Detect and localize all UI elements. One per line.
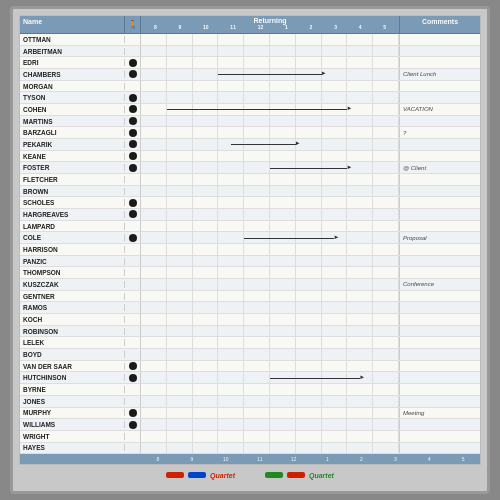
sub-headers: 8 9 10 11 12 1 2 3 4 5 [143,24,397,30]
grid-lines [141,209,399,220]
table-row: PEKARIK [20,139,480,151]
return-arrow [270,168,347,169]
grid-lines [141,221,399,232]
person-name: BOYD [20,351,125,358]
bottom-numbers: 8 9 10 11 12 1 2 3 4 5 [20,456,480,462]
person-name: EDRI [20,59,125,66]
person-name: MORGAN [20,83,125,90]
returning-cell [141,349,400,360]
returning-cell [141,291,400,302]
comment-text: Conference [400,281,480,287]
table-row: TYSON [20,92,480,104]
table-row: LAMPARD [20,221,480,233]
table-row: HAYES [20,443,480,454]
table-row: MARTINS [20,116,480,128]
person-name: CHAMBERS [20,71,125,78]
out-indicator [125,69,141,80]
grid-lines [141,244,399,255]
out-dot [129,199,137,207]
out-dot [129,70,137,78]
person-name: HARGREAVES [20,211,125,218]
return-arrow [244,238,334,239]
returning-cell [141,162,400,173]
person-name: GENTNER [20,293,125,300]
grid-lines [141,174,399,185]
marker-red-2 [287,472,305,478]
returning-cell [141,443,400,454]
out-indicator [125,174,141,185]
table-row: BARZAGLI? [20,127,480,139]
person-name: FLETCHER [20,176,125,183]
out-dot [129,129,137,137]
out-indicator [125,127,141,138]
out-indicator [125,92,141,103]
header-name: Name [20,16,125,33]
out-indicator [125,46,141,57]
out-dot [129,140,137,148]
grid-lines [141,396,399,407]
out-dot [129,152,137,160]
comment-text: Meeting [400,410,480,416]
header-row: Name 🚶 Returning 8 9 10 11 12 1 2 3 4 5 [20,16,480,34]
out-indicator [125,244,141,255]
marker-blue-1 [188,472,206,478]
table-row: WILLIAMS [20,419,480,431]
out-indicator [125,279,141,290]
table-row: WRIGHT [20,431,480,443]
table-row: BOYD [20,349,480,361]
person-name: WILLIAMS [20,421,125,428]
person-name: ARBEITMAN [20,48,125,55]
out-indicator [125,326,141,337]
table-row: KUSZCZAKConference [20,279,480,291]
comment-text: ? [400,130,480,136]
table-row: JONES [20,396,480,408]
person-name: COLE [20,234,125,241]
returning-cell [141,419,400,430]
person-name: BYRNE [20,386,125,393]
table-row: PANZIC [20,256,480,268]
person-name: LELEK [20,339,125,346]
grid-lines [141,256,399,267]
grid-lines [141,361,399,372]
out-indicator [125,209,141,220]
returning-cell [141,337,400,348]
return-arrow [231,144,296,145]
grid-lines [141,302,399,313]
brand-label-1: Quartet [210,472,235,479]
grid-lines [141,81,399,92]
grid-lines [141,326,399,337]
out-dot [129,59,137,67]
table-row: COHENVACATION [20,104,480,116]
data-area: OTTMANARBEITMANEDRICHAMBERSClient LunchM… [20,34,480,454]
out-indicator [125,139,141,150]
grid-lines [141,151,399,162]
person-name: MARTINS [20,118,125,125]
person-icon: 🚶 [128,20,138,29]
returning-cell [141,384,400,395]
bottom-strip: 8 9 10 11 12 1 2 3 4 5 [20,454,480,464]
returning-cell [141,221,400,232]
returning-cell [141,267,400,278]
person-name: PANZIC [20,258,125,265]
out-indicator [125,372,141,383]
person-name: TYSON [20,94,125,101]
returning-cell [141,256,400,267]
out-indicator [125,232,141,243]
out-indicator [125,57,141,68]
header-comments: Comments [400,16,480,33]
grid-lines [141,92,399,103]
returning-cell [141,244,400,255]
returning-cell [141,326,400,337]
grid-lines [141,46,399,57]
out-indicator [125,337,141,348]
grid-lines [141,349,399,360]
person-name: ROBINSON [20,328,125,335]
table-row: ARBEITMAN [20,46,480,58]
table-row: HARGREAVES [20,209,480,221]
table-row: KOCH [20,314,480,326]
returning-cell [141,408,400,419]
return-arrow [270,378,360,379]
out-dot [129,374,137,382]
quartet-logo-1: Quartet [166,472,235,479]
returning-cell [141,372,400,383]
